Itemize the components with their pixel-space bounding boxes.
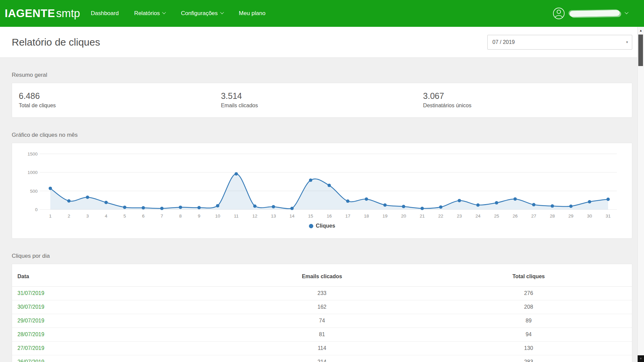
clicks-line-chart: 0500100015001234567891011121314151617181…: [20, 150, 625, 221]
total-cliques-cell: 208: [425, 300, 632, 314]
emails-clicados-cell: 162: [219, 300, 425, 314]
svg-text:22: 22: [438, 214, 443, 219]
stat-value: 6.486: [19, 91, 221, 101]
svg-text:12: 12: [252, 214, 257, 219]
date-cell: 28/07/2019: [12, 328, 219, 342]
svg-text:24: 24: [475, 214, 481, 219]
stat-label: Emails clicados: [221, 103, 423, 109]
user-name-redacted: [570, 10, 620, 17]
svg-text:2: 2: [68, 214, 70, 219]
svg-text:17: 17: [345, 214, 350, 219]
main-content: Resumo geral 6.486 Total de cliques 3.51…: [12, 72, 632, 362]
table-row: 26/07/2019214283: [12, 355, 632, 362]
clicks-table: Data Emails clicados Total cliques 31/07…: [12, 264, 632, 362]
emails-clicados-cell: 81: [219, 328, 425, 342]
section-title-resumo: Resumo geral: [12, 72, 632, 78]
emails-clicados-cell: 114: [219, 342, 425, 355]
nav-label: Meu plano: [239, 10, 265, 17]
scroll-up-button[interactable]: ▲: [638, 27, 644, 34]
chart-legend[interactable]: Cliques: [20, 222, 624, 230]
svg-text:13: 13: [271, 214, 276, 219]
svg-text:29: 29: [569, 214, 574, 219]
svg-text:3: 3: [86, 214, 89, 219]
date-cell: 29/07/2019: [12, 314, 219, 328]
svg-text:16: 16: [327, 214, 332, 219]
stat-label: Destinatários únicos: [423, 103, 625, 109]
scroll-thumb[interactable]: [638, 35, 643, 66]
total-cliques-cell: 94: [425, 328, 632, 342]
stats-card: 6.486 Total de cliques 3.514 Emails clic…: [12, 83, 632, 118]
nav-label: Relatórios: [134, 10, 160, 17]
nav-item-configuracoes[interactable]: Configurações: [181, 10, 223, 17]
svg-text:25: 25: [494, 214, 499, 219]
stat-label: Total de cliques: [19, 103, 221, 109]
brand-bold: IAGENTE: [5, 7, 55, 19]
table-row: 30/07/2019162208: [12, 300, 632, 314]
nav-item-relatorios[interactable]: Relatórios: [134, 10, 166, 17]
scrollbar[interactable]: ▲ ▼: [637, 27, 644, 362]
scroll-down-button[interactable]: ▼: [638, 355, 644, 362]
svg-text:11: 11: [234, 214, 238, 219]
section-title-grafico: Gráfico de cliques no mês: [12, 132, 632, 138]
month-select[interactable]: 07 / 2019 ▼: [487, 35, 632, 50]
svg-text:1: 1: [49, 214, 52, 219]
table-row: 29/07/20197489: [12, 314, 632, 328]
section-title-cliques-por-dia: Cliques por dia: [12, 253, 632, 259]
emails-clicados-cell: 233: [219, 287, 425, 300]
total-cliques-cell: 276: [425, 287, 632, 300]
legend-label: Cliques: [316, 223, 335, 229]
svg-text:500: 500: [30, 189, 38, 194]
month-select-value: 07 / 2019: [492, 39, 515, 45]
svg-text:23: 23: [457, 214, 462, 219]
date-link[interactable]: 28/07/2019: [17, 331, 44, 337]
svg-text:18: 18: [364, 214, 369, 219]
brand-light: smtp: [56, 7, 80, 19]
date-link[interactable]: 27/07/2019: [17, 345, 44, 351]
svg-text:7: 7: [161, 214, 163, 219]
svg-text:27: 27: [531, 214, 536, 219]
svg-text:28: 28: [550, 214, 555, 219]
brand-logo[interactable]: IAGENTEsmtp: [5, 7, 80, 20]
table-row: 28/07/20198194: [12, 328, 632, 342]
chevron-down-icon: [625, 10, 628, 14]
main-nav: Dashboard Relatórios Configurações Meu p…: [91, 10, 281, 17]
svg-text:1500: 1500: [28, 152, 38, 157]
column-header-emails-clicados: Emails clicados: [219, 264, 425, 287]
svg-text:30: 30: [587, 214, 592, 219]
chevron-down-icon: [220, 10, 224, 14]
stat-total-cliques: 6.486 Total de cliques: [19, 91, 221, 109]
svg-text:20: 20: [401, 214, 406, 219]
svg-text:8: 8: [179, 214, 182, 219]
user-avatar-icon: [553, 7, 565, 19]
user-menu[interactable]: [553, 7, 628, 19]
total-cliques-cell: 130: [425, 342, 632, 355]
total-cliques-cell: 89: [425, 314, 632, 328]
page-title: Relatório de cliques: [12, 37, 100, 48]
date-cell: 27/07/2019: [12, 342, 219, 355]
date-link[interactable]: 31/07/2019: [17, 290, 44, 296]
date-cell: 31/07/2019: [12, 287, 219, 300]
legend-dot-icon: [309, 224, 313, 228]
nav-item-meu-plano[interactable]: Meu plano: [239, 10, 265, 17]
date-link[interactable]: 26/07/2019: [17, 359, 44, 362]
svg-text:4: 4: [105, 214, 108, 219]
emails-clicados-cell: 214: [219, 355, 425, 362]
svg-text:26: 26: [513, 214, 518, 219]
date-link[interactable]: 29/07/2019: [17, 318, 44, 323]
stat-emails-clicados: 3.514 Emails clicados: [221, 91, 423, 109]
table-row: 31/07/2019233276: [12, 287, 632, 300]
table-row: 27/07/2019114130: [12, 342, 632, 355]
svg-text:10: 10: [215, 214, 220, 219]
date-cell: 30/07/2019: [12, 300, 219, 314]
svg-text:19: 19: [382, 214, 387, 219]
date-link[interactable]: 30/07/2019: [17, 304, 44, 310]
stat-value: 3.067: [423, 91, 625, 101]
nav-label: Dashboard: [91, 10, 119, 17]
svg-text:14: 14: [289, 214, 295, 219]
svg-text:0: 0: [35, 207, 38, 212]
nav-item-dashboard[interactable]: Dashboard: [91, 10, 119, 17]
total-cliques-cell: 283: [425, 355, 632, 362]
chart-card: 0500100015001234567891011121314151617181…: [12, 143, 632, 239]
table-header: Data Emails clicados Total cliques: [12, 264, 632, 287]
svg-text:31: 31: [605, 214, 610, 219]
